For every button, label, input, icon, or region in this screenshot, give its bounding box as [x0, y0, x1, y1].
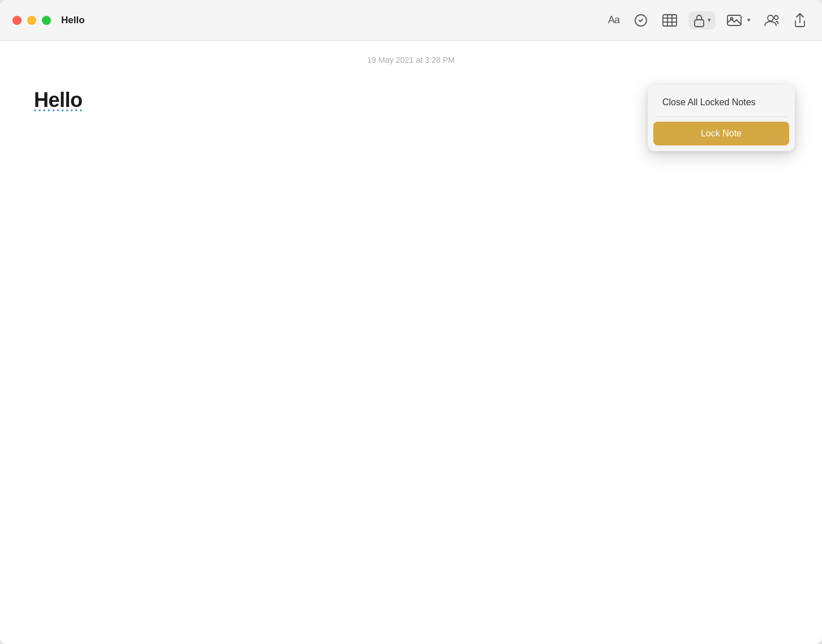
svg-rect-6 [695, 20, 704, 27]
note-content-area[interactable]: 19 May 2021 at 3:28 PM Hello Close All L… [0, 41, 822, 644]
checklist-icon [634, 14, 648, 27]
share-icon [794, 13, 806, 28]
collab-button[interactable] [759, 11, 782, 29]
font-button[interactable]: Aa [605, 12, 623, 28]
media-chevron-icon[interactable]: ▾ [747, 16, 751, 24]
lock-button[interactable] [693, 14, 705, 27]
dropdown-divider [656, 117, 787, 117]
svg-rect-1 [663, 15, 677, 26]
traffic-lights [12, 16, 51, 25]
collab-icon [762, 14, 779, 27]
media-button-group: ▾ [723, 12, 751, 29]
svg-point-9 [768, 15, 773, 21]
lock-icon [693, 14, 705, 27]
font-label: Aa [608, 14, 619, 26]
share-button[interactable] [790, 11, 810, 30]
minimize-button[interactable] [27, 16, 36, 25]
media-button[interactable] [723, 12, 745, 29]
svg-point-10 [774, 15, 778, 19]
checklist-button[interactable] [631, 11, 651, 29]
note-date: 19 May 2021 at 3:28 PM [0, 55, 822, 65]
lock-chevron-icon[interactable]: ▾ [708, 16, 711, 24]
note-body-text[interactable]: Hello [34, 88, 83, 112]
toolbar-right: Aa [605, 11, 810, 30]
titlebar: Hello Aa [0, 0, 822, 41]
lock-note-item[interactable]: Lock Note [653, 122, 789, 145]
table-button[interactable] [659, 12, 680, 29]
maximize-button[interactable] [42, 16, 51, 25]
close-button[interactable] [12, 16, 22, 25]
lock-dropdown-popup: Close All Locked Notes Lock Note [648, 85, 795, 151]
lock-button-group[interactable]: ▾ [688, 11, 716, 29]
notes-window: Hello Aa [0, 0, 822, 644]
table-icon [662, 14, 677, 27]
close-all-locked-notes-item[interactable]: Close All Locked Notes [653, 91, 789, 114]
window-title: Hello [61, 15, 85, 26]
media-icon [727, 14, 742, 27]
